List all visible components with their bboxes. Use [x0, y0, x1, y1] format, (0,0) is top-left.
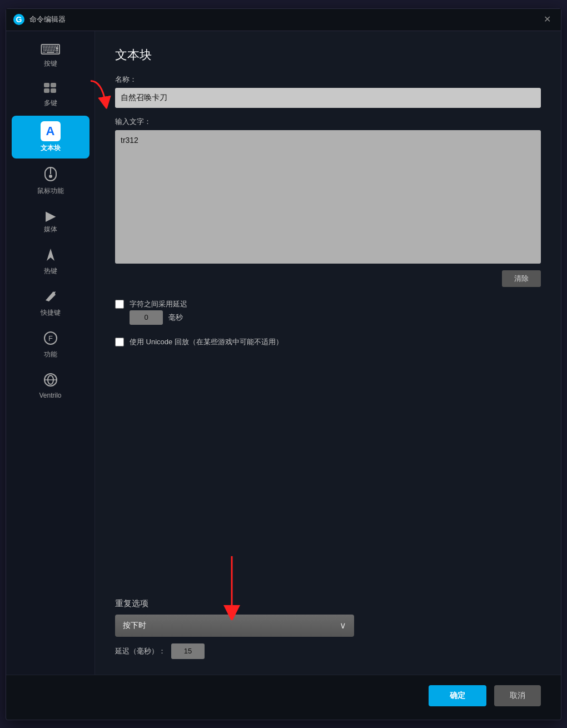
sidebar-item-shortcut-label: 快捷键 [41, 308, 61, 318]
main-window: G 命令编辑器 ✕ ⌨ 按键 多键 [6, 8, 561, 720]
svg-point-8 [49, 175, 52, 178]
sidebar-item-mouse-label: 鼠标功能 [37, 186, 64, 196]
delay-checkbox[interactable] [115, 300, 124, 309]
sidebar-item-keys-label: 按键 [44, 59, 57, 68]
sidebar-item-keys[interactable]: ⌨ 按键 [12, 37, 89, 74]
delay-ms-input[interactable] [171, 643, 205, 659]
svg-text:F: F [48, 334, 53, 343]
name-label: 名称： [115, 75, 541, 85]
textblock-icon: A [41, 121, 61, 141]
sidebar-item-function-label: 功能 [44, 350, 57, 359]
svg-marker-9 [47, 249, 54, 261]
delay-unit-label: 毫秒 [168, 313, 183, 323]
dropdown-row: 按下时 ∨ [115, 615, 541, 637]
bottom-buttons: 确定 取消 [6, 675, 561, 720]
chevron-down-icon: ∨ [340, 620, 346, 631]
sidebar: ⌨ 按键 多键 [6, 31, 95, 675]
title-bar-left: G 命令编辑器 [13, 13, 66, 26]
logitech-logo-icon: G [13, 13, 25, 26]
name-input[interactable] [115, 88, 541, 108]
repeat-section-title: 重复选项 [115, 598, 541, 609]
delay-ms-row: 延迟（毫秒）： [115, 643, 541, 659]
sidebar-item-multikey[interactable]: 多键 [12, 76, 89, 113]
sidebar-item-textblock[interactable]: A 文本块 [12, 116, 89, 159]
svg-rect-2 [44, 83, 49, 87]
hotkey-icon [43, 247, 58, 264]
sidebar-item-shortcut[interactable]: 快捷键 [12, 284, 89, 323]
unicode-checkbox[interactable] [115, 338, 124, 346]
delay-value-input[interactable] [130, 310, 163, 325]
repeat-section: 重复选项 按下时 ∨ [115, 598, 541, 659]
svg-rect-3 [51, 83, 56, 87]
sidebar-item-multikey-label: 多键 [44, 98, 57, 108]
sidebar-item-media-label: 媒体 [44, 225, 57, 234]
text-label: 输入文字： [115, 117, 541, 127]
media-icon: ▶ [46, 209, 56, 222]
function-icon: F [43, 331, 58, 348]
mouse-icon [44, 166, 57, 184]
unicode-checkbox-row: 使用 Unicode 回放（在某些游戏中可能不适用） [115, 337, 541, 347]
sidebar-item-hotkey-label: 热键 [44, 266, 57, 276]
text-input[interactable]: tr312 [115, 130, 541, 264]
cancel-button[interactable]: 取消 [494, 685, 541, 706]
multikey-icon [43, 82, 58, 96]
svg-text:G: G [16, 15, 22, 24]
window-title: 命令编辑器 [29, 14, 66, 24]
shortcut-icon [43, 289, 58, 306]
delay-ms-label: 延迟（毫秒）： [115, 646, 166, 656]
close-button[interactable]: ✕ [540, 14, 554, 25]
svg-rect-5 [51, 88, 56, 93]
clear-button[interactable]: 清除 [502, 270, 541, 287]
keys-icon: ⌨ [40, 42, 61, 57]
ventrilo-icon [43, 373, 58, 389]
sidebar-item-ventrilo[interactable]: Ventrilo [12, 367, 89, 405]
sidebar-item-mouse[interactable]: 鼠标功能 [12, 161, 89, 201]
svg-rect-4 [44, 88, 49, 93]
sidebar-item-textblock-label: 文本块 [41, 143, 61, 153]
repeat-dropdown-value: 按下时 [123, 621, 146, 631]
sidebar-item-hotkey[interactable]: 热键 [12, 242, 89, 281]
confirm-button[interactable]: 确定 [429, 685, 486, 706]
repeat-dropdown[interactable]: 按下时 ∨ [115, 615, 354, 637]
unicode-checkbox-label: 使用 Unicode 回放（在某些游戏中可能不适用） [130, 337, 283, 347]
main-body: ⌨ 按键 多键 [6, 31, 561, 675]
sidebar-item-media[interactable]: ▶ 媒体 [12, 204, 89, 240]
sidebar-item-function[interactable]: F 功能 [12, 325, 89, 365]
section-title: 文本块 [115, 47, 541, 63]
delay-checkbox-row: 字符之间采用延迟 [115, 299, 541, 309]
title-bar: G 命令编辑器 ✕ [6, 9, 561, 31]
delay-checkbox-label: 字符之间采用延迟 [130, 299, 187, 309]
sidebar-item-ventrilo-label: Ventrilo [39, 392, 61, 399]
content-area: 文本块 名称： 输入文字： tr312 清除 字符之间采用延迟 [95, 31, 561, 675]
